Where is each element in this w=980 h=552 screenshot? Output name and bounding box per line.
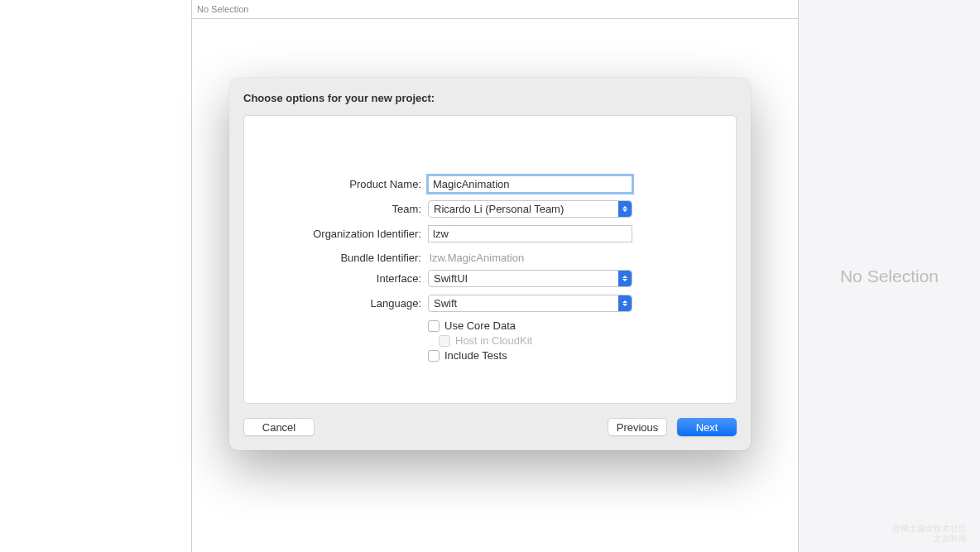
label-language: Language: [244,297,428,310]
sheet-title: Choose options for your new project: [243,92,737,104]
watermark: @稀土掘金技术社区 文如秋雨 [892,524,967,544]
cancel-button[interactable]: Cancel [243,418,315,436]
team-select-value: Ricardo Li (Personal Team) [434,203,564,215]
checkbox-icon [428,350,440,362]
row-interface: Interface: SwiftUI [244,270,736,287]
checkbox-row-tests[interactable]: Include Tests [428,349,632,362]
label-interface: Interface: [244,272,428,285]
watermark-line1: @稀土掘金技术社区 [892,524,967,534]
checkbox-label-tests: Include Tests [444,349,507,362]
row-language: Language: Swift [244,295,736,312]
row-org-id: Organization Identifier: [244,225,736,242]
checkbox-label-cloudkit: Host in CloudKit [455,334,532,347]
sheet-form-area: Product Name: Team: Ricardo Li (Personal… [243,115,737,404]
bundle-id-value: lzw.MagicAnimation [428,252,524,264]
language-select[interactable]: Swift [428,295,632,312]
row-product-name: Product Name: [244,175,736,193]
footer-right-buttons: Previous Next [608,418,737,436]
label-bundle-id: Bundle Identifier: [244,252,428,264]
row-team: Team: Ricardo Li (Personal Team) [244,200,736,218]
label-team: Team: [244,203,428,215]
updown-arrows-icon [618,295,632,311]
updown-arrows-icon [618,271,632,286]
language-select-value: Swift [434,297,457,310]
interface-select[interactable]: SwiftUI [428,270,632,287]
label-org-id: Organization Identifier: [244,228,428,240]
checkbox-row-cloudkit: Host in CloudKit [428,334,632,347]
new-project-options-sheet: Choose options for your new project: Pro… [229,78,751,450]
team-select[interactable]: Ricardo Li (Personal Team) [428,200,632,218]
checkbox-row-core-data[interactable]: Use Core Data [428,319,632,332]
product-name-input[interactable] [428,175,632,193]
org-id-input[interactable] [428,225,632,242]
checkbox-label-core-data: Use Core Data [444,319,516,332]
sheet-footer: Cancel Previous Next [243,418,737,436]
previous-button[interactable]: Previous [608,418,667,436]
row-checkboxes: Use Core Data Host in CloudKit Include T… [244,319,736,364]
modal-overlay: Choose options for your new project: Pro… [0,0,980,552]
watermark-line2: 文如秋雨 [892,534,967,544]
row-bundle-id: Bundle Identifier: lzw.MagicAnimation [244,250,736,265]
updown-arrows-icon [618,201,632,217]
next-button[interactable]: Next [677,418,737,436]
interface-select-value: SwiftUI [434,272,468,285]
checkbox-icon [439,335,450,347]
label-product-name: Product Name: [244,178,428,190]
checkbox-icon [428,320,440,332]
